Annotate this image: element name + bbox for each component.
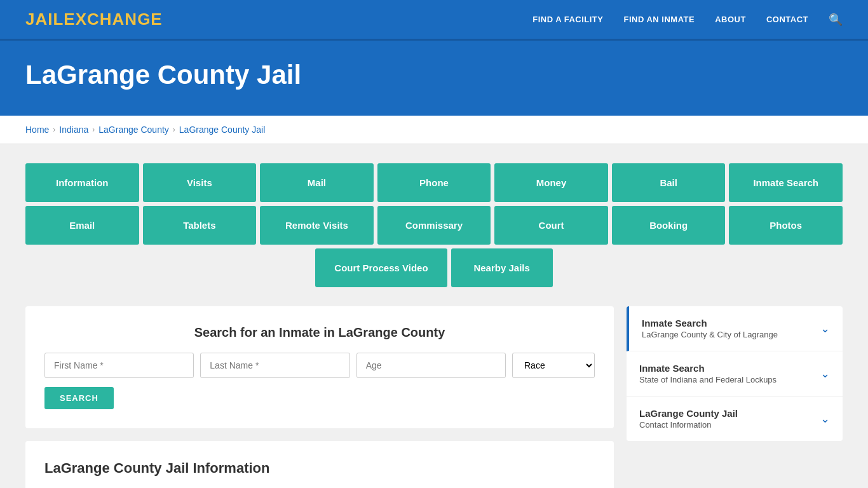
inmate-search-form: Search for an Inmate in LaGrange County … <box>25 306 614 428</box>
main-content: Information Visits Mail Phone Money Bail… <box>0 144 868 488</box>
chevron-down-icon-2: ⌄ <box>820 367 830 381</box>
breadcrumb-sep-1: › <box>53 125 55 134</box>
sidebar-item-indiana[interactable]: Inmate Search State of Indiana and Feder… <box>627 351 843 396</box>
sidebar-item-sub-1: LaGrange County & City of Lagrange <box>642 330 778 339</box>
logo-jail: JAIL <box>25 10 64 29</box>
main-header: JAILEXCHANGE FIND A FACILITY FIND AN INM… <box>0 0 868 41</box>
btn-visits[interactable]: Visits <box>143 163 257 202</box>
btn-bail[interactable]: Bail <box>612 163 726 202</box>
main-nav: FIND A FACILITY FIND AN INMATE ABOUT CON… <box>532 13 843 27</box>
button-row-1: Information Visits Mail Phone Money Bail… <box>25 163 843 202</box>
right-panel: Inmate Search LaGrange County & City of … <box>627 306 843 488</box>
btn-photos[interactable]: Photos <box>729 206 843 245</box>
breadcrumb-bar: Home › Indiana › LaGrange County › LaGra… <box>0 116 868 144</box>
search-icon[interactable]: 🔍 <box>829 13 843 27</box>
btn-booking[interactable]: Booking <box>612 206 726 245</box>
breadcrumb-sep-2: › <box>92 125 95 134</box>
btn-information[interactable]: Information <box>25 163 139 202</box>
search-inputs-row: Race White Black Hispanic Asian Other <box>44 353 595 378</box>
breadcrumb: Home › Indiana › LaGrange County › LaGra… <box>25 125 843 135</box>
logo-exchange: EXCHANGE <box>64 10 162 29</box>
page-title: LaGrange County Jail <box>25 60 843 90</box>
site-logo[interactable]: JAILEXCHANGE <box>25 10 163 29</box>
btn-nearby-jails[interactable]: Nearby Jails <box>451 248 553 287</box>
sidebar-item-lagrange-county[interactable]: Inmate Search LaGrange County & City of … <box>627 306 843 351</box>
breadcrumb-indiana[interactable]: Indiana <box>59 125 88 135</box>
breadcrumb-sep-3: › <box>173 125 175 134</box>
breadcrumb-current: LaGrange County Jail <box>179 125 265 135</box>
search-button[interactable]: SEARCH <box>44 387 114 409</box>
btn-commissary[interactable]: Commissary <box>377 206 491 245</box>
btn-phone[interactable]: Phone <box>377 163 491 202</box>
sidebar-item-sub-2: State of Indiana and Federal Lockups <box>639 375 776 384</box>
left-panel: Search for an Inmate in LaGrange County … <box>25 306 614 488</box>
btn-money[interactable]: Money <box>494 163 608 202</box>
nav-about[interactable]: ABOUT <box>715 15 746 24</box>
age-input[interactable] <box>356 353 506 378</box>
chevron-down-icon-1: ⌄ <box>820 322 830 336</box>
sidebar-item-text-1: Inmate Search LaGrange County & City of … <box>642 318 778 339</box>
btn-inmate-search[interactable]: Inmate Search <box>729 163 843 202</box>
button-row-3: Court Process Video Nearby Jails <box>25 248 843 287</box>
hero-section: LaGrange County Jail <box>0 41 868 116</box>
sidebar-item-contact[interactable]: LaGrange County Jail Contact Information… <box>627 396 843 441</box>
sidebar-card: Inmate Search LaGrange County & City of … <box>627 306 843 441</box>
btn-email[interactable]: Email <box>25 206 139 245</box>
search-form-title: Search for an Inmate in LaGrange County <box>44 325 595 340</box>
first-name-input[interactable] <box>44 353 194 378</box>
sidebar-item-text-3: LaGrange County Jail Contact Information <box>639 408 738 430</box>
breadcrumb-home[interactable]: Home <box>25 125 49 135</box>
nav-contact[interactable]: CONTACT <box>766 15 808 24</box>
info-title: LaGrange County Jail Information <box>44 460 595 477</box>
btn-mail[interactable]: Mail <box>260 163 374 202</box>
btn-court-process-video[interactable]: Court Process Video <box>315 248 447 287</box>
sidebar-item-title-1: Inmate Search <box>642 318 778 329</box>
nav-find-inmate[interactable]: FIND AN INMATE <box>623 15 695 24</box>
button-row-2: Email Tablets Remote Visits Commissary C… <box>25 206 843 245</box>
sidebar-item-text-2: Inmate Search State of Indiana and Feder… <box>639 363 776 384</box>
nav-find-facility[interactable]: FIND A FACILITY <box>532 15 603 24</box>
btn-court[interactable]: Court <box>494 206 608 245</box>
chevron-down-icon-3: ⌄ <box>820 412 830 426</box>
content-area: Search for an Inmate in LaGrange County … <box>25 306 843 488</box>
sidebar-item-sub-3: Contact Information <box>639 420 738 430</box>
race-select[interactable]: Race White Black Hispanic Asian Other <box>512 353 595 378</box>
info-card: LaGrange County Jail Information <box>25 441 614 488</box>
sidebar-item-title-2: Inmate Search <box>639 363 776 374</box>
last-name-input[interactable] <box>200 353 349 378</box>
breadcrumb-lagrange-county[interactable]: LaGrange County <box>98 125 169 135</box>
sidebar-item-title-3: LaGrange County Jail <box>639 408 738 419</box>
btn-remote-visits[interactable]: Remote Visits <box>260 206 374 245</box>
btn-tablets[interactable]: Tablets <box>143 206 257 245</box>
